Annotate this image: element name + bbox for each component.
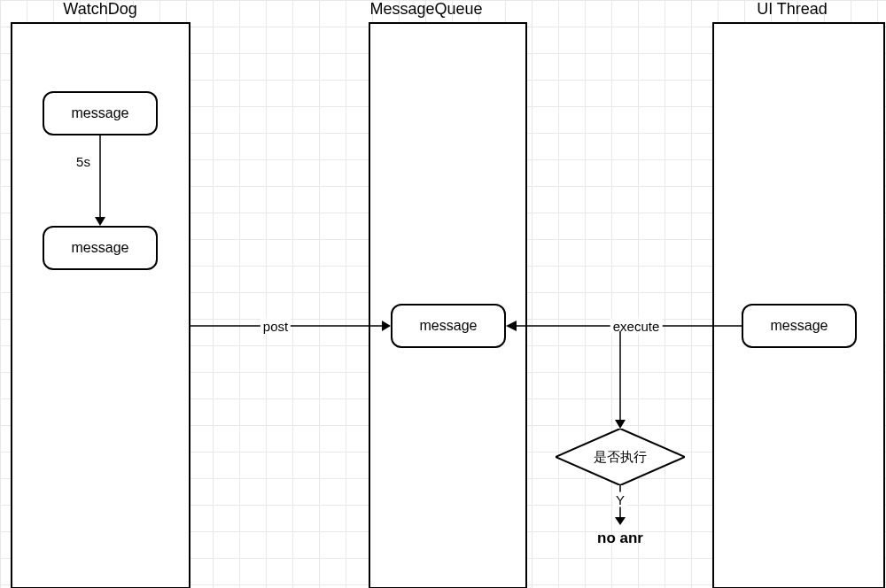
svg-marker-3: [382, 321, 391, 331]
title-uithread: UI Thread: [757, 0, 828, 19]
box-messagequeue-msg: message: [391, 304, 506, 348]
label-post: post: [260, 319, 291, 334]
decision-diamond: 是否执行: [556, 429, 685, 485]
arrow-to-decision: [615, 331, 626, 429]
label-interval: 5s: [74, 154, 93, 169]
svg-marker-5: [506, 321, 517, 331]
title-messagequeue: MessageQueue: [369, 0, 482, 19]
label-decision: 是否执行: [594, 449, 647, 466]
svg-marker-1: [95, 217, 105, 226]
result-noanr: no anr: [597, 530, 643, 547]
box-watchdog-msg2: message: [43, 226, 158, 270]
arrow-watchdog-interval: [95, 135, 105, 226]
title-watchdog: WatchDog: [63, 0, 136, 19]
svg-marker-7: [615, 420, 626, 429]
box-uithread-msg: message: [742, 304, 857, 348]
box-watchdog-msg1: message: [43, 91, 158, 135]
label-yes: Y: [613, 492, 627, 507]
svg-marker-10: [615, 517, 626, 525]
